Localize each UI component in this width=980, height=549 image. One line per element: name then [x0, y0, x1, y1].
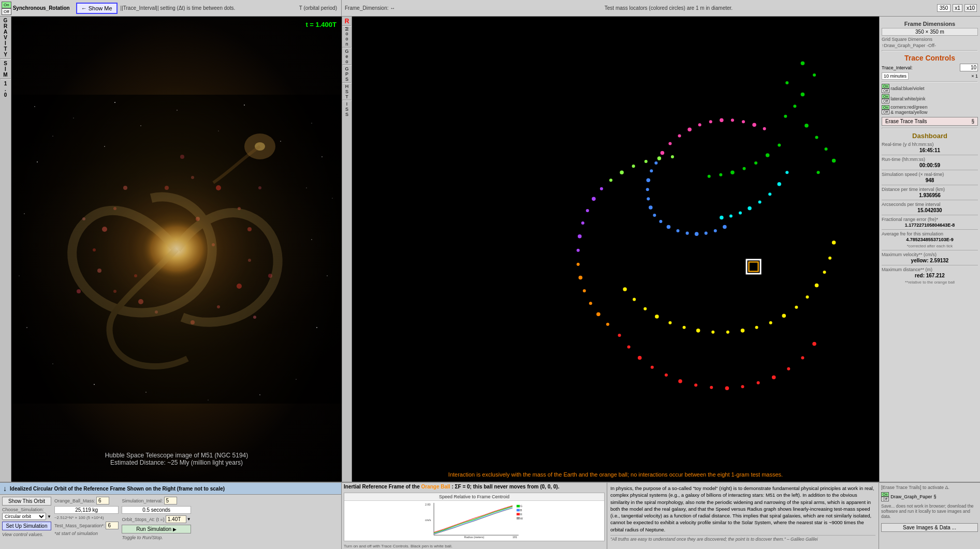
- svg-rect-58: [382, 17, 850, 482]
- realtime-section: Real-time (y d hh:mm:ss) 16:45:11: [882, 142, 978, 153]
- run-simulation-button[interactable]: Run Simulation ▶: [122, 525, 191, 533]
- physics-text: In physics, the purpose of a so-called "…: [610, 485, 875, 533]
- chart-svg: 2.83 cm/s Radius (meters) 181: [344, 501, 604, 539]
- show-orbit-button[interactable]: Show This Orbit: [2, 497, 51, 506]
- svg-point-117: [782, 314, 786, 318]
- svg-point-78: [777, 182, 781, 186]
- svg-point-73: [708, 175, 711, 178]
- x10-label[interactable]: x10: [964, 4, 977, 12]
- svg-point-76: [817, 171, 820, 174]
- chart-title: Speed Relative to Frame Centroid: [344, 493, 604, 501]
- svg-point-120: [741, 329, 745, 333]
- galaxy-caption-line1: Hubble Space Telescope image of M51 (NGC…: [105, 452, 248, 459]
- orange-ball-mass-input[interactable]: [96, 497, 109, 505]
- svg-point-67: [778, 143, 781, 146]
- svg-point-105: [709, 120, 712, 123]
- svg-point-87: [705, 232, 708, 235]
- svg-point-9: [327, 275, 327, 276]
- svg-point-130: [812, 342, 816, 346]
- max-vel-section: Maximum velocity** (cm/s) yellow: 2.5913…: [882, 252, 978, 263]
- svg-point-118: [769, 321, 772, 324]
- chart-y-max: 2.83: [425, 503, 431, 506]
- simulation-interval-col: Simulation_Interval: 0.5 seconds Orbit_S…: [122, 497, 191, 547]
- orbit-stops-input-row: ▼: [166, 515, 191, 523]
- draw-graph-on[interactable]: On: [881, 492, 889, 497]
- sidebar-Y: Y: [4, 52, 7, 57]
- svg-point-89: [686, 232, 689, 235]
- svg-point-155: [581, 221, 584, 225]
- orbit-svg: /* Grid lines if needed */: [352, 17, 879, 482]
- sidebar-ISS3: S: [345, 112, 348, 117]
- svg-point-152: [577, 263, 580, 266]
- svg-point-71: [730, 170, 735, 174]
- sidebar-o: o: [345, 31, 348, 36]
- svg-point-143: [627, 345, 631, 348]
- setup-simulation-button[interactable]: Set Up Simulation: [2, 522, 51, 530]
- orbit-stops-input[interactable]: [166, 515, 186, 523]
- svg-point-114: [815, 284, 819, 288]
- svg-point-69: [754, 161, 757, 165]
- test-mass-info: Test mass locators (colored circles) are…: [400, 5, 937, 11]
- lateral-trace-row: On Off lateral:white/pink: [882, 94, 978, 103]
- radial-on-off[interactable]: On Off: [882, 84, 889, 93]
- corners-on-off[interactable]: On Off: [882, 105, 889, 114]
- svg-point-49: [134, 274, 137, 277]
- svg-point-158: [600, 187, 603, 190]
- show-me-button[interactable]: ← Show Me: [76, 3, 118, 14]
- erase-trace-button[interactable]: Erase Trace Trails §: [882, 117, 978, 126]
- sync-off-btn[interactable]: Off: [2, 8, 11, 15]
- max-dist-label: Maximum distance** (m): [882, 267, 978, 272]
- sidebar-V: V: [4, 35, 7, 40]
- svg-point-110: [763, 127, 766, 130]
- sidebar-M: M: [3, 72, 7, 78]
- sync-label: Synchronous_Rotation: [13, 5, 70, 11]
- svg-point-139: [678, 379, 682, 383]
- sync-on-off[interactable]: On Off: [2, 2, 11, 15]
- frame-dimension-label: Frame_Dimension: ↔: [345, 5, 395, 11]
- draw-graph-off[interactable]: Off: [881, 497, 889, 501]
- lateral-off[interactable]: Off: [882, 99, 889, 103]
- svg-point-2: [73, 117, 74, 118]
- svg-point-150: [583, 289, 586, 292]
- svg-point-102: [678, 134, 681, 137]
- svg-point-66: [801, 62, 805, 66]
- lateral-on-off[interactable]: On Off: [882, 94, 889, 103]
- chart-area: 2.83 cm/s Radius (meters) 181: [344, 501, 604, 539]
- svg-point-112: [828, 257, 831, 260]
- draw-graph-on-off[interactable]: On Off: [881, 492, 889, 501]
- bottom-left-controls: Show This Orbit Choose_Simulation: Circu…: [0, 495, 341, 549]
- choose-sim-select[interactable]: Circular orbit: [2, 513, 46, 520]
- svg-point-24: [218, 131, 219, 131]
- simspeed-value: 948: [882, 177, 978, 183]
- chart-x-label: Radius (meters): [464, 536, 485, 539]
- trace-interval-input[interactable]: [960, 64, 978, 71]
- svg-point-79: [768, 192, 771, 196]
- x1-label[interactable]: x1: [953, 4, 962, 12]
- lateral-label: lateral:white/pink: [890, 96, 925, 101]
- svg-point-32: [102, 227, 107, 232]
- left-sidebar: G R A V I T Y S I M 1 . 0: [0, 17, 11, 482]
- svg-point-123: [696, 329, 700, 333]
- svg-text:G: G: [520, 505, 522, 508]
- svg-point-113: [823, 271, 826, 274]
- svg-point-134: [757, 381, 760, 384]
- frame-number[interactable]: 350: [937, 4, 951, 12]
- show-orbit-col: Show This Orbit Choose_Simulation: Circu…: [2, 497, 51, 547]
- sidebar-R-red: R: [345, 18, 349, 25]
- save-images-button[interactable]: Save Images & Data ...: [881, 523, 978, 532]
- sync-on-btn[interactable]: On: [2, 2, 11, 8]
- test-mass-sep-input[interactable]: [106, 522, 119, 529]
- corners-off[interactable]: Off: [882, 110, 889, 114]
- corners-on[interactable]: On: [882, 105, 889, 110]
- sim-interval-input[interactable]: [164, 497, 177, 505]
- avg-fre-label: Average fre for this simulation: [882, 231, 978, 236]
- svg-point-138: [694, 383, 697, 387]
- radial-off[interactable]: Off: [882, 88, 889, 93]
- radial-on[interactable]: On: [882, 84, 889, 88]
- orbit-stops-row: Orbit_Stops_At: (t =) ▼: [122, 515, 191, 523]
- corners-label: corners:red/green & magenta/yellow: [890, 105, 927, 115]
- lateral-on[interactable]: On: [882, 94, 889, 99]
- svg-point-164: [671, 155, 674, 158]
- realtime-value: 16:45:11: [882, 147, 978, 153]
- svg-point-23: [140, 125, 141, 126]
